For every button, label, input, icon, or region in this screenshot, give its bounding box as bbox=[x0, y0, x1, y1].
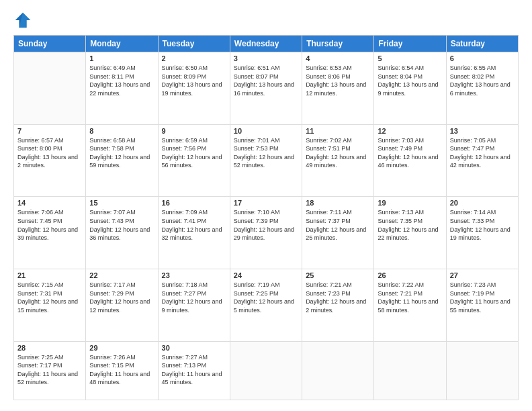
day-number: 1 bbox=[89, 54, 154, 62]
day-number: 17 bbox=[234, 199, 298, 207]
calendar-cell: 21Sunrise: 7:15 AMSunset: 7:31 PMDayligh… bbox=[14, 269, 86, 341]
day-number: 9 bbox=[162, 127, 226, 135]
day-info: Sunrise: 6:58 AMSunset: 7:58 PMDaylight:… bbox=[89, 136, 154, 170]
calendar-cell: 1Sunrise: 6:49 AMSunset: 8:11 PMDaylight… bbox=[86, 52, 158, 125]
calendar-cell: 29Sunrise: 7:26 AMSunset: 7:15 PMDayligh… bbox=[86, 341, 158, 400]
day-info: Sunrise: 7:15 AMSunset: 7:31 PMDaylight:… bbox=[17, 281, 82, 314]
day-info: Sunrise: 6:55 AMSunset: 8:02 PMDaylight:… bbox=[450, 64, 515, 97]
calendar-cell: 22Sunrise: 7:17 AMSunset: 7:29 PMDayligh… bbox=[86, 269, 158, 341]
day-number: 22 bbox=[89, 271, 154, 279]
day-info: Sunrise: 6:59 AMSunset: 7:56 PMDaylight:… bbox=[162, 136, 226, 170]
header bbox=[13, 11, 519, 30]
calendar-week-row: 14Sunrise: 7:06 AMSunset: 7:45 PMDayligh… bbox=[14, 197, 519, 269]
calendar-cell: 6Sunrise: 6:55 AMSunset: 8:02 PMDaylight… bbox=[446, 52, 518, 125]
calendar-week-row: 7Sunrise: 6:57 AMSunset: 8:00 PMDaylight… bbox=[14, 124, 519, 197]
day-info: Sunrise: 6:50 AMSunset: 8:09 PMDaylight:… bbox=[162, 64, 226, 97]
weekday-header: Friday bbox=[374, 36, 446, 52]
calendar-cell: 23Sunrise: 7:18 AMSunset: 7:27 PMDayligh… bbox=[158, 269, 230, 341]
day-number: 3 bbox=[234, 54, 298, 62]
logo bbox=[13, 11, 35, 30]
day-info: Sunrise: 7:19 AMSunset: 7:25 PMDaylight:… bbox=[234, 281, 298, 314]
day-number: 8 bbox=[89, 127, 154, 135]
calendar-cell: 13Sunrise: 7:05 AMSunset: 7:47 PMDayligh… bbox=[446, 124, 518, 197]
calendar-cell: 10Sunrise: 7:01 AMSunset: 7:53 PMDayligh… bbox=[230, 124, 302, 197]
calendar-cell: 20Sunrise: 7:14 AMSunset: 7:33 PMDayligh… bbox=[446, 197, 518, 269]
calendar-week-row: 1Sunrise: 6:49 AMSunset: 8:11 PMDaylight… bbox=[14, 52, 519, 125]
calendar-cell: 9Sunrise: 6:59 AMSunset: 7:56 PMDaylight… bbox=[158, 124, 230, 197]
calendar-cell: 3Sunrise: 6:51 AMSunset: 8:07 PMDaylight… bbox=[230, 52, 302, 125]
day-info: Sunrise: 7:10 AMSunset: 7:39 PMDaylight:… bbox=[234, 208, 298, 242]
calendar-cell: 24Sunrise: 7:19 AMSunset: 7:25 PMDayligh… bbox=[230, 269, 302, 341]
calendar-cell: 17Sunrise: 7:10 AMSunset: 7:39 PMDayligh… bbox=[230, 197, 302, 269]
day-info: Sunrise: 7:17 AMSunset: 7:29 PMDaylight:… bbox=[89, 281, 154, 314]
calendar-cell: 11Sunrise: 7:02 AMSunset: 7:51 PMDayligh… bbox=[302, 124, 374, 197]
day-info: Sunrise: 7:06 AMSunset: 7:45 PMDaylight:… bbox=[17, 208, 82, 242]
calendar-cell bbox=[446, 341, 518, 400]
calendar-cell: 5Sunrise: 6:54 AMSunset: 8:04 PMDaylight… bbox=[374, 52, 446, 125]
day-number: 23 bbox=[162, 271, 226, 279]
calendar: SundayMondayTuesdayWednesdayThursdayFrid… bbox=[13, 35, 519, 400]
calendar-cell: 4Sunrise: 6:53 AMSunset: 8:06 PMDaylight… bbox=[302, 52, 374, 125]
weekday-header: Wednesday bbox=[230, 36, 302, 52]
day-number: 2 bbox=[162, 54, 226, 62]
day-info: Sunrise: 7:09 AMSunset: 7:41 PMDaylight:… bbox=[162, 208, 226, 242]
calendar-cell: 28Sunrise: 7:25 AMSunset: 7:17 PMDayligh… bbox=[14, 341, 86, 400]
day-number: 16 bbox=[162, 199, 226, 207]
day-number: 15 bbox=[89, 199, 154, 207]
day-number: 11 bbox=[306, 127, 370, 135]
day-info: Sunrise: 7:14 AMSunset: 7:33 PMDaylight:… bbox=[450, 208, 515, 242]
calendar-cell: 15Sunrise: 7:07 AMSunset: 7:43 PMDayligh… bbox=[86, 197, 158, 269]
day-info: Sunrise: 7:27 AMSunset: 7:13 PMDaylight:… bbox=[162, 353, 226, 387]
day-number: 21 bbox=[17, 271, 82, 279]
calendar-cell: 8Sunrise: 6:58 AMSunset: 7:58 PMDaylight… bbox=[86, 124, 158, 197]
calendar-cell bbox=[374, 341, 446, 400]
day-number: 5 bbox=[378, 54, 442, 62]
calendar-cell: 26Sunrise: 7:22 AMSunset: 7:21 PMDayligh… bbox=[374, 269, 446, 341]
calendar-cell: 30Sunrise: 7:27 AMSunset: 7:13 PMDayligh… bbox=[158, 341, 230, 400]
day-info: Sunrise: 7:25 AMSunset: 7:17 PMDaylight:… bbox=[17, 353, 82, 387]
day-info: Sunrise: 7:13 AMSunset: 7:35 PMDaylight:… bbox=[378, 208, 442, 242]
calendar-cell bbox=[302, 341, 374, 400]
calendar-cell: 14Sunrise: 7:06 AMSunset: 7:45 PMDayligh… bbox=[14, 197, 86, 269]
day-info: Sunrise: 6:57 AMSunset: 8:00 PMDaylight:… bbox=[17, 136, 82, 170]
calendar-cell: 7Sunrise: 6:57 AMSunset: 8:00 PMDaylight… bbox=[14, 124, 86, 197]
weekday-header-row: SundayMondayTuesdayWednesdayThursdayFrid… bbox=[14, 36, 519, 52]
day-number: 18 bbox=[306, 199, 370, 207]
weekday-header: Tuesday bbox=[158, 36, 230, 52]
day-number: 30 bbox=[162, 344, 226, 352]
day-info: Sunrise: 6:51 AMSunset: 8:07 PMDaylight:… bbox=[234, 64, 298, 97]
day-number: 24 bbox=[234, 271, 298, 279]
weekday-header: Monday bbox=[86, 36, 158, 52]
calendar-cell: 19Sunrise: 7:13 AMSunset: 7:35 PMDayligh… bbox=[374, 197, 446, 269]
day-number: 10 bbox=[234, 127, 298, 135]
day-number: 12 bbox=[378, 127, 442, 135]
day-info: Sunrise: 7:21 AMSunset: 7:23 PMDaylight:… bbox=[306, 281, 370, 314]
day-info: Sunrise: 7:07 AMSunset: 7:43 PMDaylight:… bbox=[89, 208, 154, 242]
day-info: Sunrise: 7:05 AMSunset: 7:47 PMDaylight:… bbox=[450, 136, 515, 170]
day-number: 6 bbox=[450, 54, 515, 62]
calendar-week-row: 28Sunrise: 7:25 AMSunset: 7:17 PMDayligh… bbox=[14, 341, 519, 400]
weekday-header: Saturday bbox=[446, 36, 518, 52]
day-number: 26 bbox=[378, 271, 442, 279]
weekday-header: Thursday bbox=[302, 36, 374, 52]
day-number: 7 bbox=[17, 127, 82, 135]
day-info: Sunrise: 7:23 AMSunset: 7:19 PMDaylight:… bbox=[450, 281, 515, 314]
page: SundayMondayTuesdayWednesdayThursdayFrid… bbox=[0, 0, 532, 411]
calendar-cell: 25Sunrise: 7:21 AMSunset: 7:23 PMDayligh… bbox=[302, 269, 374, 341]
logo-icon bbox=[13, 11, 32, 30]
calendar-cell: 18Sunrise: 7:11 AMSunset: 7:37 PMDayligh… bbox=[302, 197, 374, 269]
day-info: Sunrise: 7:22 AMSunset: 7:21 PMDaylight:… bbox=[378, 281, 442, 314]
calendar-cell bbox=[14, 52, 86, 125]
calendar-cell: 27Sunrise: 7:23 AMSunset: 7:19 PMDayligh… bbox=[446, 269, 518, 341]
day-info: Sunrise: 7:03 AMSunset: 7:49 PMDaylight:… bbox=[378, 136, 442, 170]
day-number: 27 bbox=[450, 271, 515, 279]
calendar-cell: 16Sunrise: 7:09 AMSunset: 7:41 PMDayligh… bbox=[158, 197, 230, 269]
day-info: Sunrise: 6:54 AMSunset: 8:04 PMDaylight:… bbox=[378, 64, 442, 97]
day-number: 28 bbox=[17, 344, 82, 352]
day-number: 25 bbox=[306, 271, 370, 279]
day-info: Sunrise: 7:01 AMSunset: 7:53 PMDaylight:… bbox=[234, 136, 298, 170]
day-info: Sunrise: 7:26 AMSunset: 7:15 PMDaylight:… bbox=[89, 353, 154, 387]
day-number: 14 bbox=[17, 199, 82, 207]
day-info: Sunrise: 7:11 AMSunset: 7:37 PMDaylight:… bbox=[306, 208, 370, 242]
day-number: 20 bbox=[450, 199, 515, 207]
